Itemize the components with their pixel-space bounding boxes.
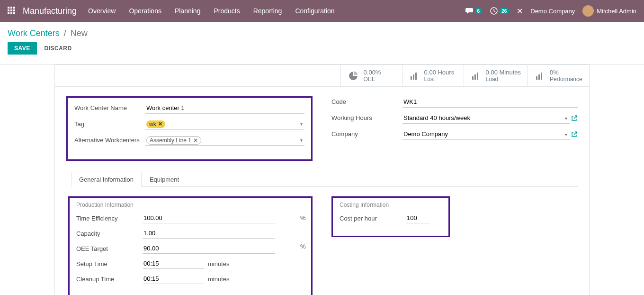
breadcrumb-root[interactable]: Work Centers [8, 28, 60, 38]
stat-load[interactable]: 0.00 Minutes Load [464, 65, 528, 86]
stat-load-value: 0.00 Minutes [486, 69, 521, 76]
tag-chip-text: wk [149, 121, 156, 128]
label-setup-time: Setup Time [76, 260, 143, 267]
svg-rect-2 [413, 74, 414, 80]
stat-perf-label: Performance [550, 76, 582, 83]
bar-icon [535, 71, 545, 81]
costing-title: Costing Information [333, 202, 448, 208]
nav-right: 6 26 ✕ Demo Company Mitchell Admin [465, 5, 636, 17]
alt-chip-text: Assembly Line 1 [150, 137, 191, 144]
nav-products[interactable]: Products [214, 7, 240, 15]
svg-rect-7 [536, 76, 537, 80]
external-link-icon[interactable] [571, 131, 578, 138]
highlight-production: Production Information Time Efficiency C… [68, 196, 313, 295]
alt-input-cursor[interactable] [203, 137, 304, 144]
stat-lost[interactable]: 0.00 Hours Lost [402, 65, 464, 86]
label-alt-workcenters: Alternative Workcenters [74, 135, 145, 144]
field-alt-workcenters: Alternative Workcenters Assembly Line 1 … [74, 135, 304, 146]
form-sheet: 0.00% OEE 0.00 Hours Lost 0.00 Minutes [54, 65, 590, 295]
sheet-wrap: 0.00% OEE 0.00 Hours Lost 0.00 Minutes [0, 65, 644, 295]
input-setup-time[interactable] [143, 258, 204, 269]
field-oee-target: OEE Target [70, 243, 311, 254]
tag-chip-remove-icon[interactable]: ✕ [158, 121, 162, 127]
nav-overview[interactable]: Overview [88, 7, 116, 15]
input-oee-target[interactable] [143, 243, 275, 254]
company-name[interactable]: Demo Company [530, 8, 575, 15]
external-link-icon[interactable] [571, 115, 578, 121]
field-capacity: Capacity [70, 228, 311, 239]
stat-lost-label: Lost [424, 76, 455, 83]
bar-icon [471, 71, 481, 81]
input-capacity[interactable] [143, 228, 275, 239]
nav-configuration[interactable]: Configuration [295, 7, 334, 15]
input-cost-per-hour[interactable] [406, 213, 429, 223]
user-name: Mitchell Admin [597, 8, 636, 15]
nav-reporting[interactable]: Reporting [253, 7, 282, 15]
top-nav: Manufacturing Overview Operations Planni… [0, 0, 644, 22]
input-working-hours[interactable] [402, 112, 570, 124]
costing-group: Costing Information Cost per hour [331, 196, 576, 295]
unit-percent: % [300, 243, 306, 250]
highlight-main-left: Work Center Name Tag wk ✕ [66, 96, 313, 161]
input-workcenter-name[interactable] [145, 102, 304, 114]
stat-oee-label: OEE [364, 76, 381, 83]
field-company: Company ▾ [331, 129, 578, 140]
chevron-down-icon[interactable]: ▾ [300, 138, 303, 143]
pie-icon [348, 70, 359, 82]
field-workcenter-name: Work Center Name [74, 102, 304, 114]
input-time-efficiency[interactable] [143, 213, 275, 223]
stat-oee-value: 0.00% [364, 69, 381, 76]
production-title: Production Information [70, 202, 311, 208]
unit-percent: % [300, 214, 306, 221]
nav-operations[interactable]: Operations [129, 7, 161, 15]
svg-rect-1 [411, 76, 412, 80]
app-brand[interactable]: Manufacturing [23, 6, 77, 16]
discard-button[interactable]: DISCARD [44, 45, 72, 52]
form-body: Work Center Name Tag wk ✕ [55, 87, 589, 295]
activities-icon[interactable]: 26 [490, 7, 509, 15]
tab-equipment[interactable]: Equipment [142, 172, 187, 187]
action-buttons: SAVE DISCARD [8, 42, 636, 55]
label-time-efficiency: Time Efficiency [76, 215, 143, 222]
input-tag[interactable]: wk ✕ ▾ [145, 119, 304, 130]
close-icon[interactable]: ✕ [517, 7, 523, 16]
svg-rect-3 [415, 73, 417, 80]
field-cleanup-time: Cleanup Time minutes [70, 274, 311, 284]
unit-minutes: minutes [208, 260, 230, 267]
label-working-hours: Working Hours [331, 112, 402, 121]
label-code: Code [331, 96, 402, 105]
chevron-down-icon[interactable]: ▾ [300, 121, 303, 127]
svg-rect-6 [477, 73, 478, 80]
label-cleanup-time: Cleanup Time [76, 276, 143, 283]
highlight-costing: Costing Information Cost per hour [331, 196, 450, 237]
stat-load-label: Load [486, 76, 521, 83]
tab-general[interactable]: General Information [71, 172, 142, 187]
input-alt-workcenters[interactable]: Assembly Line 1 ✕ ▾ [145, 135, 304, 146]
field-setup-time: Setup Time minutes [70, 258, 311, 269]
nav-planning[interactable]: Planning [175, 7, 201, 15]
input-cleanup-time[interactable] [143, 274, 204, 284]
field-cost-per-hour: Cost per hour [333, 213, 448, 223]
stat-lost-value: 0.00 Hours [424, 69, 455, 76]
svg-rect-9 [541, 73, 542, 80]
stat-performance[interactable]: 0% Performance [528, 65, 589, 86]
alt-chip: Assembly Line 1 ✕ [146, 136, 201, 145]
stat-oee[interactable]: 0.00% OEE [340, 65, 402, 86]
input-company[interactable] [402, 129, 570, 140]
alt-chip-remove-icon[interactable]: ✕ [193, 137, 198, 144]
label-capacity: Capacity [76, 230, 143, 237]
breadcrumb-sep: / [64, 28, 66, 38]
apps-icon[interactable] [8, 7, 16, 15]
input-code[interactable] [402, 96, 578, 108]
label-company: Company [331, 129, 402, 138]
user-menu[interactable]: Mitchell Admin [582, 5, 636, 17]
messages-badge: 6 [475, 8, 483, 14]
save-button[interactable]: SAVE [8, 42, 37, 55]
tabs: General Information Equipment [71, 171, 578, 187]
unit-minutes: minutes [208, 276, 230, 283]
breadcrumb-current: New [71, 28, 88, 38]
field-time-efficiency: Time Efficiency [70, 213, 311, 223]
messages-icon[interactable]: 6 [465, 7, 483, 15]
field-code: Code [331, 96, 578, 108]
bar-icon [409, 71, 420, 81]
